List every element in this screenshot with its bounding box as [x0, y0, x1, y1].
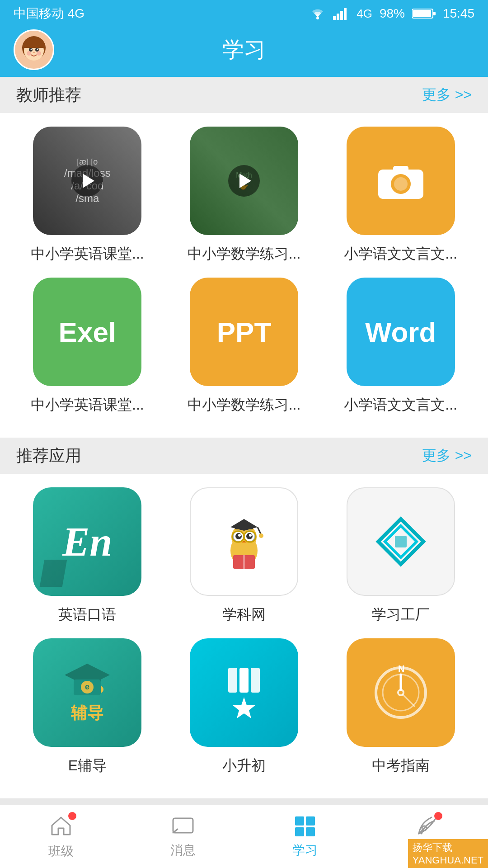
recommended-apps-more[interactable]: 更多 >> [422, 446, 472, 466]
svg-rect-48 [239, 668, 249, 693]
network-type: 4G [357, 7, 372, 21]
time-display: 15:45 [443, 6, 474, 21]
teacher-recommend-header: 教师推荐 更多 >> [0, 77, 488, 113]
xuexigongchang-app-icon [347, 487, 455, 596]
svg-rect-7 [413, 10, 431, 17]
list-item[interactable]: PPT 中小学数学练习... [176, 278, 312, 415]
compass-icon: N [369, 661, 432, 724]
item-label: 中小学英语课堂... [31, 244, 144, 264]
grid-icon [293, 815, 317, 838]
diamond-icon [371, 512, 430, 571]
svg-rect-4 [344, 8, 347, 20]
svg-rect-40 [395, 536, 407, 547]
svg-rect-62 [306, 827, 315, 836]
apps-row-2: e 辅导 E辅导 小升初 [9, 638, 479, 776]
excel-label: Exel [59, 316, 117, 348]
zhongkao-app-icon: N [347, 638, 455, 747]
svg-point-28 [238, 534, 241, 537]
nav-item-messages[interactable]: 消息 [170, 815, 196, 859]
svg-point-12 [31, 49, 32, 50]
svg-rect-21 [412, 173, 419, 178]
teacher-recommend-grid: [æ] [o /mad/loss /a/ cod /sma 中小学英语课堂...… [0, 113, 488, 438]
nav-item-class[interactable]: 班级 [48, 814, 74, 860]
item-label: E辅导 [68, 756, 107, 776]
svg-point-29 [249, 534, 252, 537]
bars-star-icon [219, 663, 269, 722]
svg-rect-3 [340, 11, 343, 20]
list-item[interactable]: 小升初 [176, 638, 312, 776]
camera-icon [376, 160, 426, 201]
status-bar: 中国移动 4G 4G 98% 15:45 [0, 0, 488, 27]
item-label: 小升初 [222, 756, 266, 776]
en-app-icon: En [33, 487, 141, 596]
list-item[interactable]: En 英语口语 [19, 487, 155, 625]
header: 学习 [0, 27, 488, 77]
list-item[interactable]: e 辅导 E辅导 [19, 638, 155, 776]
teacher-grid-row-1: [æ] [o /mad/loss /a/ cod /sma 中小学英语课堂...… [9, 127, 479, 264]
recommended-apps-header: 推荐应用 更多 >> [0, 438, 488, 474]
item-label: 中小学英语课堂... [31, 395, 144, 415]
graduation-cap-icon: e [62, 661, 112, 698]
xueke-icon [212, 510, 276, 573]
svg-text:N: N [398, 664, 404, 674]
video-english-icon: [æ] [o /mad/loss /a/ cod /sma [33, 127, 141, 235]
svg-marker-50 [233, 697, 255, 718]
watermark: 扬华下载YANGHUA.NET [408, 839, 488, 868]
svg-rect-49 [251, 668, 260, 693]
svg-point-19 [394, 177, 408, 191]
nav-item-learning[interactable]: 学习 [292, 815, 318, 859]
svg-point-56 [399, 691, 403, 694]
ppt-icon: PPT [190, 278, 298, 386]
nav-label-messages: 消息 [170, 842, 196, 859]
list-item[interactable]: Word 小学语文文言文... [333, 278, 469, 415]
efudao-app-icon: e 辅导 [33, 638, 141, 747]
list-item[interactable]: [æ] [o /mad/loss /a/ cod /sma 中小学英语课堂... [19, 127, 155, 264]
recommended-apps-title: 推荐应用 [16, 445, 81, 467]
list-item[interactable]: N 中考指南 [333, 638, 469, 776]
play-button[interactable] [71, 165, 103, 197]
teacher-recommend-title: 教师推荐 [16, 84, 81, 106]
list-item[interactable]: 学习工厂 [333, 487, 469, 625]
list-item[interactable]: 学科网 [176, 487, 312, 625]
message-icon [171, 815, 195, 838]
wifi-icon [310, 7, 326, 20]
video-math-icon: Math ✋ [190, 127, 298, 235]
nav-label-class: 班级 [48, 843, 74, 860]
status-right: 4G 98% 15:45 [310, 6, 474, 21]
page-title: 学习 [222, 35, 266, 64]
svg-point-16 [37, 51, 41, 56]
item-label: 中小学数学练习... [188, 395, 301, 415]
recommended-apps-grid: En 英语口语 [0, 474, 488, 798]
svg-point-15 [27, 51, 31, 56]
ppt-label: PPT [217, 316, 272, 348]
item-label: 中考指南 [372, 756, 430, 776]
svg-point-14 [33, 52, 35, 53]
signal-icon [333, 7, 349, 20]
svg-rect-60 [306, 816, 315, 826]
svg-rect-59 [295, 816, 304, 826]
excel-icon: Exel [33, 278, 141, 386]
notification-dot [434, 812, 442, 820]
item-label: 学科网 [222, 605, 266, 625]
avatar[interactable] [14, 29, 54, 70]
apps-row-1: En 英语口语 [9, 487, 479, 625]
notification-dot [68, 812, 76, 820]
svg-point-0 [316, 17, 319, 19]
list-item[interactable]: Exel 中小学英语课堂... [19, 278, 155, 415]
play-button[interactable] [228, 165, 260, 197]
list-item[interactable]: 小学语文文言文... [333, 127, 469, 264]
teacher-recommend-more[interactable]: 更多 >> [422, 85, 472, 105]
item-label: 中小学数学练习... [188, 244, 301, 264]
item-label: 小学语文文言文... [344, 395, 457, 415]
item-label: 学习工厂 [372, 605, 430, 625]
word-icon: Word [347, 278, 455, 386]
svg-rect-6 [433, 12, 436, 15]
battery-icon [412, 7, 436, 20]
svg-point-13 [37, 49, 38, 50]
list-item[interactable]: Math ✋ 中小学数学练习... [176, 127, 312, 264]
svg-point-39 [259, 533, 263, 538]
video-chinese-icon [347, 127, 455, 235]
battery-percent: 98% [380, 6, 405, 21]
item-label: 英语口语 [58, 605, 116, 625]
teacher-grid-row-2: Exel 中小学英语课堂... PPT 中小学数学练习... Word 小学语文… [9, 278, 479, 415]
